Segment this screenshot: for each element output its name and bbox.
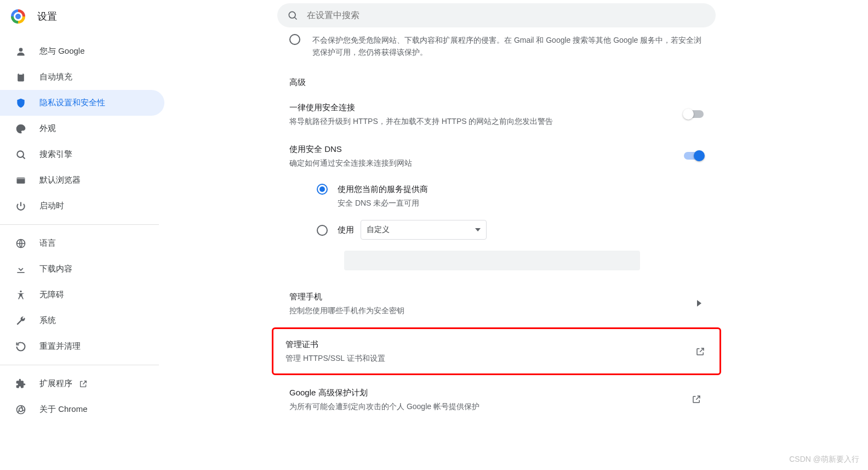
svg-point-5 <box>17 151 24 157</box>
sidebar-item-reset[interactable]: 重置并清理 <box>0 333 164 359</box>
sidebar-item-label: 无障碍 <box>39 290 64 300</box>
option-title: 使用您当前的服务提供商 <box>338 183 428 196</box>
sidebar-item-label: 扩展程序 <box>39 378 72 389</box>
dns-custom-input[interactable] <box>344 251 640 270</box>
manage-phones-row[interactable]: 管理手机 控制您使用哪些手机作为安全密钥 <box>277 281 716 325</box>
sidebar-item-downloads[interactable]: 下载内容 <box>0 256 164 282</box>
chrome-icon <box>15 404 26 415</box>
row-description: 将导航路径升级到 HTTPS，并在加载不支持 HTTPS 的网站之前向您发出警告 <box>289 115 704 127</box>
sidebar-item-you-and-google[interactable]: 您与 Google <box>0 38 164 64</box>
option-description: 不会保护您免受危险网站、下载内容和扩展程序的侵害。在 Gmail 和 Googl… <box>312 34 704 59</box>
divider <box>0 224 159 225</box>
sidebar-item-label: 启动时 <box>39 201 64 211</box>
secure-dns-row: 使用安全 DNS 确定如何通过安全连接来连接到网站 <box>277 135 716 177</box>
radio-icon[interactable] <box>317 225 328 236</box>
row-description: 控制您使用哪些手机作为安全密钥 <box>289 304 704 316</box>
dns-option-custom[interactable]: 使用 自定义 <box>317 214 716 245</box>
sidebar-item-privacy-security[interactable]: 隐私设置和安全性 <box>0 90 164 116</box>
search-icon <box>15 149 26 160</box>
chevron-right-icon <box>697 300 701 307</box>
search-input[interactable] <box>307 10 706 20</box>
sidebar-item-languages[interactable]: 语言 <box>0 230 164 256</box>
sidebar-item-appearance[interactable]: 外观 <box>0 116 164 141</box>
row-description: 确定如何通过安全连接来连接到网站 <box>289 157 704 169</box>
svg-point-2 <box>19 48 23 52</box>
svg-rect-3 <box>18 73 24 81</box>
chevron-down-icon <box>475 228 481 231</box>
no-protection-option[interactable]: 不会保护您免受危险网站、下载内容和扩展程序的侵害。在 Gmail 和 Googl… <box>277 33 716 66</box>
sidebar-item-label: 外观 <box>39 123 56 134</box>
sidebar-item-on-startup[interactable]: 启动时 <box>0 193 164 219</box>
palette-icon <box>15 123 26 134</box>
divider <box>0 365 159 365</box>
row-title: 使用安全 DNS <box>289 143 704 156</box>
option-description: 安全 DNS 未必一直可用 <box>338 197 428 209</box>
radio-icon[interactable] <box>289 34 300 45</box>
manage-certificates-row[interactable]: 管理证书 管理 HTTPS/SSL 证书和设置 <box>273 329 719 373</box>
always-https-row: 一律使用安全连接 将导航路径升级到 HTTPS，并在加载不支持 HTTPS 的网… <box>277 93 716 135</box>
main-content: 不会保护您免受危险网站、下载内容和扩展程序的侵害。在 Gmail 和 Googl… <box>277 33 716 421</box>
page-title: 设置 <box>37 10 57 23</box>
svg-rect-8 <box>17 177 25 179</box>
row-title: 一律使用安全连接 <box>289 101 704 114</box>
sidebar-item-about-chrome[interactable]: 关于 Chrome <box>0 397 164 422</box>
sidebar-item-accessibility[interactable]: 无障碍 <box>0 282 164 308</box>
sidebar-item-extensions[interactable]: 扩展程序 <box>0 371 164 397</box>
sidebar-item-label: 搜索引擎 <box>39 149 72 160</box>
svg-line-6 <box>23 156 25 158</box>
svg-point-13 <box>19 407 23 411</box>
chrome-logo-icon <box>11 9 25 24</box>
download-icon <box>15 264 26 275</box>
wrench-icon <box>15 315 26 326</box>
restore-icon <box>15 341 26 352</box>
sidebar-item-label: 语言 <box>39 238 56 248</box>
sidebar-item-label: 隐私设置和安全性 <box>39 98 105 108</box>
sidebar-item-label: 默认浏览器 <box>39 175 81 185</box>
google-advanced-protection-row[interactable]: Google 高级保护计划 为所有可能会遭到定向攻击的个人 Google 帐号提… <box>277 377 716 421</box>
svg-point-0 <box>289 12 295 18</box>
row-title: 管理证书 <box>285 338 707 351</box>
dns-provider-select[interactable]: 自定义 <box>361 220 487 240</box>
person-icon <box>15 46 26 57</box>
select-value: 自定义 <box>367 225 390 235</box>
browser-icon <box>15 175 26 186</box>
open-in-new-icon <box>695 347 705 356</box>
open-in-new-icon <box>692 394 701 404</box>
sidebar-item-search-engine[interactable]: 搜索引擎 <box>0 141 164 167</box>
toggle-always-https[interactable] <box>684 110 704 118</box>
row-title: 管理手机 <box>289 290 704 303</box>
search-bar[interactable] <box>277 3 716 27</box>
dns-option-current-provider[interactable]: 使用您当前的服务提供商 安全 DNS 未必一直可用 <box>317 177 716 214</box>
advanced-section-label: 高级 <box>277 66 716 93</box>
option-label: 使用 <box>338 223 354 236</box>
svg-line-1 <box>295 18 297 20</box>
svg-rect-4 <box>19 72 23 74</box>
sidebar: 您与 Google 自动填充 隐私设置和安全性 外观 搜索引擎 默认浏览器 启动… <box>0 33 164 422</box>
sidebar-item-label: 系统 <box>39 315 56 326</box>
sidebar-item-label: 重置并清理 <box>39 341 81 352</box>
svg-rect-10 <box>17 272 24 273</box>
search-icon <box>287 10 298 21</box>
clipboard-icon <box>15 72 26 83</box>
open-in-new-icon <box>79 380 88 388</box>
toggle-secure-dns[interactable] <box>684 152 704 160</box>
extension-icon <box>15 378 26 389</box>
power-icon <box>15 201 26 212</box>
highlight-annotation: 管理证书 管理 HTTPS/SSL 证书和设置 <box>272 327 721 375</box>
sidebar-item-label: 自动填充 <box>39 72 72 82</box>
globe-icon <box>15 238 26 249</box>
watermark-text: CSDN @萌新要入行 <box>789 455 859 465</box>
accessibility-icon <box>15 290 26 301</box>
row-title: Google 高级保护计划 <box>289 386 704 399</box>
radio-icon[interactable] <box>317 184 328 195</box>
sidebar-item-system[interactable]: 系统 <box>0 308 164 333</box>
svg-point-11 <box>20 290 21 292</box>
sidebar-item-label: 您与 Google <box>39 46 85 56</box>
shield-icon <box>15 98 26 109</box>
sidebar-item-default-browser[interactable]: 默认浏览器 <box>0 167 164 193</box>
sidebar-item-label: 下载内容 <box>39 264 72 274</box>
row-description: 管理 HTTPS/SSL 证书和设置 <box>285 352 707 364</box>
row-description: 为所有可能会遭到定向攻击的个人 Google 帐号提供保护 <box>289 400 704 412</box>
sidebar-item-label: 关于 Chrome <box>39 404 88 415</box>
sidebar-item-autofill[interactable]: 自动填充 <box>0 64 164 90</box>
